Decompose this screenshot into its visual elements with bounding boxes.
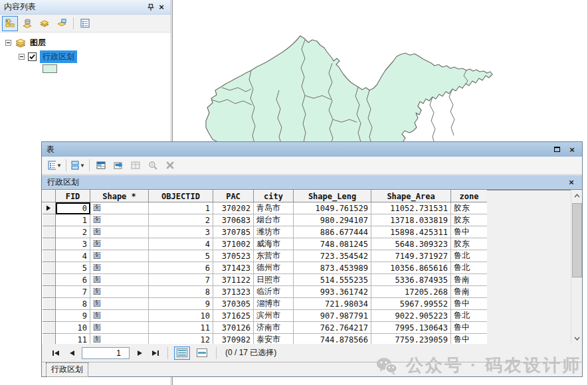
table-cell[interactable]: 5 <box>149 250 213 262</box>
table-cell[interactable]: 9 <box>56 310 90 322</box>
row-selector[interactable] <box>43 226 56 238</box>
table-cell[interactable]: 面 <box>90 202 149 214</box>
table-cell[interactable]: 10 <box>56 322 90 334</box>
table-cell[interactable]: 514.555235 <box>294 274 371 286</box>
table-cell[interactable]: 鲁南 <box>451 286 488 298</box>
table-cell[interactable]: 胶东 <box>451 214 488 226</box>
table-cell[interactable]: 7995.130643 <box>371 322 451 334</box>
row-selector[interactable] <box>43 274 56 286</box>
current-record-input[interactable] <box>82 347 130 359</box>
scroll-down-icon[interactable] <box>571 333 582 344</box>
table-cell[interactable]: 鲁中 <box>451 226 488 238</box>
table-cell[interactable]: 371002 <box>213 238 254 250</box>
table-cell[interactable]: 面 <box>90 226 149 238</box>
table-cell[interactable]: 面 <box>90 274 149 286</box>
table-cell[interactable]: 鲁中 <box>451 322 488 334</box>
table-cell[interactable]: 371423 <box>213 262 254 274</box>
table-cell[interactable]: 980.294107 <box>294 214 371 226</box>
row-selector[interactable] <box>43 322 56 334</box>
toc-close-icon[interactable]: × <box>156 2 167 13</box>
table-cell[interactable]: 烟台市 <box>254 214 294 226</box>
column-header[interactable]: FID <box>56 191 90 202</box>
table-cell[interactable]: 7 <box>56 286 90 298</box>
table-cell[interactable]: 威海市 <box>254 238 294 250</box>
table-cell[interactable]: 济南市 <box>254 322 294 334</box>
table-cell[interactable]: 744.878566 <box>294 334 371 345</box>
table-cell[interactable]: 潍坊市 <box>254 226 294 238</box>
table-cell[interactable]: 1 <box>56 214 90 226</box>
table-cell[interactable]: 2 <box>149 214 213 226</box>
table-cell[interactable]: 748.081245 <box>294 238 371 250</box>
collapse-icon[interactable] <box>19 54 25 60</box>
layer-name-label[interactable]: 行政区划 <box>40 50 77 63</box>
table-cell[interactable]: 11 <box>56 334 90 345</box>
table-cell[interactable]: 10 <box>149 310 213 322</box>
previous-record-button[interactable] <box>66 347 78 359</box>
row-selector[interactable] <box>43 298 56 310</box>
table-cell[interactable]: 873.453989 <box>294 262 371 274</box>
column-header[interactable]: zone <box>451 191 488 202</box>
column-header[interactable]: Shape_Area <box>371 191 451 202</box>
scrollbar-thumb[interactable] <box>572 203 582 277</box>
table-cell[interactable]: 12 <box>149 334 213 345</box>
table-cell[interactable]: 滨州市 <box>254 310 294 322</box>
first-record-button[interactable] <box>50 347 62 359</box>
table-window-titlebar[interactable]: 表 × <box>42 142 582 157</box>
list-by-selection-button[interactable] <box>54 16 70 31</box>
row-selector[interactable] <box>43 250 56 262</box>
table-cell[interactable]: 面 <box>90 250 149 262</box>
column-header[interactable]: OBJECTID <box>149 191 213 202</box>
table-cell[interactable]: 泰安市 <box>254 334 294 345</box>
table-cell[interactable]: 面 <box>90 262 149 274</box>
table-cell[interactable]: 鲁南 <box>451 274 488 286</box>
related-tables-button[interactable]: ▼ <box>70 158 86 173</box>
table-cell[interactable]: 6 <box>56 274 90 286</box>
collapse-icon[interactable] <box>5 40 11 46</box>
table-sheet-tab[interactable]: 行政区划 <box>46 362 88 377</box>
toc-options-button[interactable] <box>77 16 93 31</box>
table-cell[interactable]: 370785 <box>213 226 254 238</box>
table-cell[interactable]: 5 <box>56 262 90 274</box>
table-cell[interactable]: 17205.268 <box>371 286 451 298</box>
table-cell[interactable]: 2 <box>56 226 90 238</box>
table-cell[interactable]: 6 <box>149 262 213 274</box>
row-selector[interactable] <box>43 286 56 298</box>
table-cell[interactable]: 5648.309323 <box>371 238 451 250</box>
column-header[interactable]: city <box>254 191 294 202</box>
row-selector[interactable] <box>43 334 56 345</box>
list-by-visibility-button[interactable] <box>37 16 52 31</box>
table-cell[interactable]: 5967.99552 <box>371 298 451 310</box>
table-tab-close-icon[interactable]: × <box>566 177 577 188</box>
switch-selection-button[interactable] <box>110 158 126 173</box>
table-cell[interactable]: 3 <box>149 226 213 238</box>
table-cell[interactable]: 9022.905223 <box>371 310 451 322</box>
maximize-icon[interactable] <box>554 147 560 152</box>
table-cell[interactable]: 371323 <box>213 286 254 298</box>
table-cell[interactable]: 鲁北 <box>451 262 488 274</box>
table-cell[interactable]: 371625 <box>213 310 254 322</box>
row-selector[interactable] <box>43 214 56 226</box>
table-cell[interactable]: 370523 <box>213 250 254 262</box>
table-options-button[interactable]: ▼ <box>47 158 62 173</box>
layer-legend-swatch[interactable] <box>43 64 57 73</box>
row-selector[interactable] <box>43 310 56 322</box>
table-cell[interactable]: 8 <box>56 298 90 310</box>
vertical-scrollbar[interactable] <box>571 190 582 344</box>
table-cell[interactable]: 370982 <box>213 334 254 345</box>
table-cell[interactable]: 7759.239059 <box>371 334 451 345</box>
table-cell[interactable]: 7149.371927 <box>371 250 451 262</box>
table-cell[interactable]: 面 <box>90 238 149 250</box>
table-cell[interactable]: 德州市 <box>254 262 294 274</box>
table-cell[interactable]: 370305 <box>213 298 254 310</box>
table-cell[interactable]: 面 <box>90 214 149 226</box>
table-cell[interactable]: 胶东 <box>451 202 488 214</box>
table-cell[interactable]: 9 <box>149 298 213 310</box>
table-cell[interactable]: 370202 <box>213 202 254 214</box>
table-cell[interactable]: 15898.425311 <box>371 226 451 238</box>
table-cell[interactable]: 13718.033819 <box>371 214 451 226</box>
table-cell[interactable]: 11 <box>149 322 213 334</box>
row-selector[interactable] <box>43 238 56 250</box>
table-cell[interactable]: 1049.761529 <box>294 202 371 214</box>
table-cell[interactable]: 4 <box>149 238 213 250</box>
table-cell[interactable]: 鲁北 <box>451 310 488 322</box>
